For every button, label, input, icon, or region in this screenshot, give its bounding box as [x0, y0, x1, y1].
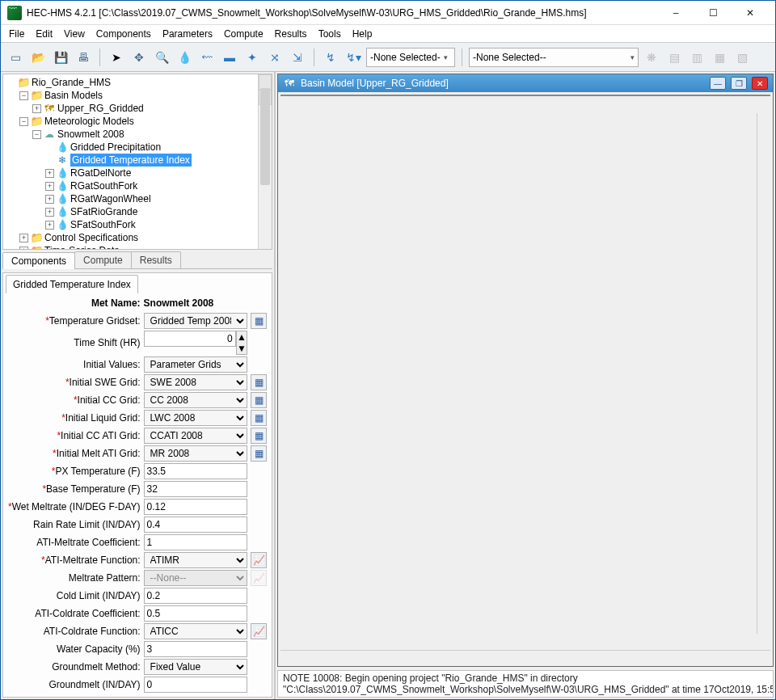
- menu-view[interactable]: View: [59, 27, 90, 41]
- inner-minimize-button[interactable]: —: [710, 77, 726, 90]
- window-close-button[interactable]: ✕: [732, 2, 769, 24]
- plot-button[interactable]: 📈: [251, 623, 267, 639]
- tree-upper-rg[interactable]: Upper_RG_Gridded: [57, 102, 144, 115]
- project-tree-pane: 📁Rio_Grande_HMS −📁Basin Models +🗺Upper_R…: [2, 74, 272, 250]
- grid-picker-button[interactable]: ▦: [251, 374, 267, 390]
- junction-tool-icon[interactable]: ✦: [242, 48, 262, 67]
- reservoir-tool-icon[interactable]: ▬: [220, 48, 239, 67]
- results-element-icon[interactable]: ▧: [732, 48, 752, 67]
- prop-select[interactable]: SWE 2008: [144, 374, 247, 390]
- results-timeseries-icon[interactable]: ▦: [710, 48, 729, 67]
- tree-sf-southfork[interactable]: SFatSouthFork: [70, 218, 136, 231]
- plot-button[interactable]: 📈: [251, 552, 267, 568]
- element-selector-value: -None Selected--: [473, 52, 546, 63]
- element-selector-combo[interactable]: -None Selected-- ▾: [469, 48, 639, 67]
- basin-map-canvas[interactable]: RGatWagonWheel WagonWheel RGatDelNorte R…: [280, 95, 770, 96]
- tree-rg-delnorte[interactable]: RGatDelNorte: [70, 167, 131, 179]
- tree-rg-southfork[interactable]: RGatSouthFork: [70, 179, 137, 192]
- results-graph-icon[interactable]: ▤: [664, 48, 684, 67]
- prop-select[interactable]: ATICC: [144, 623, 247, 639]
- tree-scrollbar[interactable]: [258, 74, 272, 249]
- tree-met-models[interactable]: Meteorologic Models: [44, 115, 134, 128]
- grid-picker-button[interactable]: ▦: [251, 392, 267, 408]
- window-minimize-button[interactable]: –: [657, 2, 694, 24]
- menu-components[interactable]: Components: [91, 27, 156, 41]
- tree-sf-riogrande[interactable]: SFatRioGrande: [70, 205, 137, 218]
- menu-help[interactable]: Help: [348, 27, 377, 41]
- run-config-icon[interactable]: ↯▾: [344, 48, 363, 67]
- run-selector-combo[interactable]: -None Selected- ▾: [366, 48, 455, 67]
- project-tree[interactable]: 📁Rio_Grande_HMS −📁Basin Models +🗺Upper_R…: [3, 74, 272, 250]
- prop-select[interactable]: CC 2008: [144, 392, 247, 408]
- diversion-tool-icon[interactable]: ⤨: [265, 48, 285, 67]
- grid-picker-button[interactable]: ▦: [251, 313, 267, 329]
- plot-icon: 📈: [253, 626, 265, 637]
- prop-select[interactable]: LWC 2008: [144, 410, 247, 426]
- menu-results[interactable]: Results: [270, 27, 312, 41]
- prop-select[interactable]: Parameter Grids: [144, 356, 247, 373]
- print-icon[interactable]: 🖶: [74, 48, 93, 67]
- prop-input[interactable]: [144, 517, 247, 533]
- prop-select[interactable]: --None--: [144, 570, 247, 586]
- property-tab[interactable]: Gridded Temperature Index: [6, 275, 138, 293]
- open-icon[interactable]: 📂: [28, 48, 48, 67]
- run-icon[interactable]: ↯: [321, 48, 340, 67]
- results-global-icon[interactable]: ❋: [642, 48, 661, 67]
- prop-input[interactable]: [144, 588, 247, 604]
- prop-input[interactable]: [144, 463, 247, 479]
- prop-input[interactable]: [144, 641, 247, 657]
- prop-label: Initial SWE Grid:: [6, 373, 142, 391]
- prop-select[interactable]: ATIMR: [144, 552, 247, 568]
- tree-gridded-precip[interactable]: Gridded Precipitation: [70, 141, 161, 154]
- tree-rg-wagonwheel[interactable]: RGatWagonWheel: [70, 192, 151, 205]
- tab-compute[interactable]: Compute: [74, 251, 132, 268]
- menu-parameters[interactable]: Parameters: [158, 27, 217, 41]
- reach-tool-icon[interactable]: ⬳: [197, 48, 217, 67]
- tree-control-spec[interactable]: Control Specifications: [44, 231, 138, 244]
- prop-input[interactable]: [144, 534, 247, 550]
- prop-label: Base Temperature (F): [6, 480, 142, 498]
- menu-compute[interactable]: Compute: [219, 27, 268, 41]
- grid-picker-button[interactable]: ▦: [251, 410, 267, 426]
- select-tool-icon[interactable]: ➤: [107, 48, 126, 67]
- grid-picker-button[interactable]: ▦: [251, 445, 267, 462]
- tab-results[interactable]: Results: [131, 251, 181, 268]
- prop-select[interactable]: Gridded Temp 2008: [144, 313, 247, 329]
- prop-input[interactable]: [144, 605, 247, 622]
- tree-basin-models[interactable]: Basin Models: [44, 89, 103, 102]
- pan-tool-icon[interactable]: ✥: [129, 48, 149, 67]
- prop-select[interactable]: Fixed Value: [144, 659, 247, 675]
- canvas-horizontal-scrollbar[interactable]: [280, 650, 770, 664]
- tab-components[interactable]: Components: [2, 252, 75, 269]
- prop-select[interactable]: CCATI 2008: [144, 428, 247, 444]
- spin-up-icon[interactable]: ▲: [237, 331, 247, 343]
- inner-close-button[interactable]: ✕: [752, 77, 768, 90]
- prop-select[interactable]: MR 2008: [144, 445, 247, 462]
- menu-tools[interactable]: Tools: [314, 27, 346, 41]
- source-tool-icon[interactable]: ⇲: [288, 48, 307, 67]
- menu-edit[interactable]: Edit: [31, 27, 57, 41]
- tree-snowmelt[interactable]: Snowmelt 2008: [57, 128, 124, 141]
- prop-input[interactable]: [144, 331, 236, 347]
- save-icon[interactable]: 💾: [51, 48, 70, 67]
- prop-input[interactable]: [144, 499, 247, 515]
- tree-ts-data[interactable]: Time-Series Data: [44, 244, 120, 250]
- canvas-vertical-scrollbar[interactable]: [757, 113, 770, 634]
- subbasin-tool-icon[interactable]: 💧: [175, 48, 194, 67]
- inner-maximize-button[interactable]: ❐: [731, 77, 747, 90]
- window-maximize-button[interactable]: ☐: [694, 2, 732, 24]
- prop-input[interactable]: [144, 677, 247, 693]
- menu-file[interactable]: File: [4, 27, 29, 41]
- new-icon[interactable]: ▭: [6, 48, 25, 67]
- prop-label: Initial Values:: [6, 356, 142, 373]
- message-log[interactable]: NOTE 10008: Begin opening project "Rio_G…: [277, 670, 774, 698]
- tree-gridded-temp-index[interactable]: Gridded Temperature Index: [70, 154, 192, 167]
- zoom-in-icon[interactable]: 🔍: [152, 48, 171, 67]
- prop-label: Initial Liquid Grid:: [6, 409, 142, 427]
- results-summary-icon[interactable]: ▥: [687, 48, 706, 67]
- grid-picker-button[interactable]: ▦: [251, 428, 267, 444]
- tree-root[interactable]: Rio_Grande_HMS: [32, 76, 111, 89]
- prop-input[interactable]: [144, 481, 247, 497]
- inner-titlebar[interactable]: 🗺 Basin Model [Upper_RG_Gridded] — ❐ ✕: [278, 74, 773, 92]
- spin-down-icon[interactable]: ▼: [237, 343, 247, 354]
